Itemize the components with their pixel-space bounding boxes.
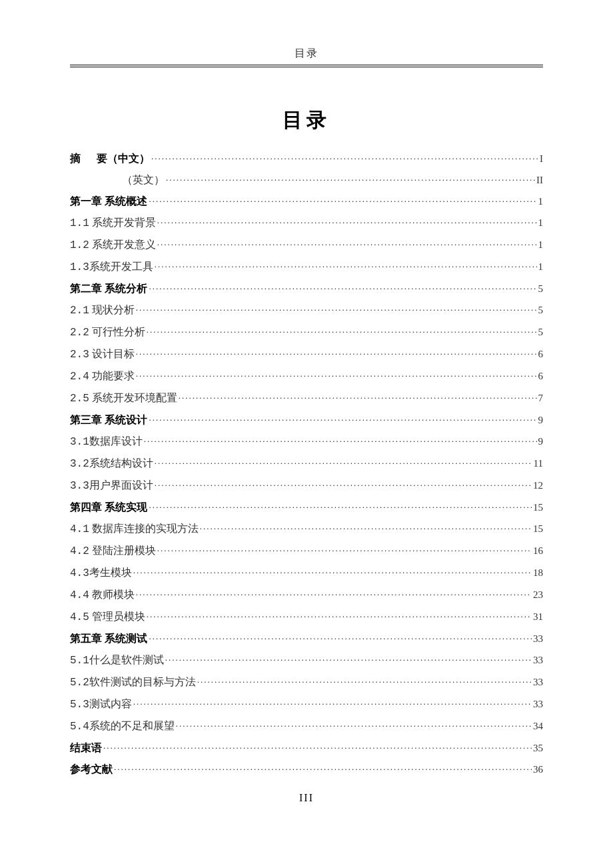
toc-entry-number: 2.2	[70, 327, 89, 339]
toc-entry-number: 4.1	[70, 523, 89, 535]
toc-entry-page: I	[540, 154, 543, 164]
toc-entry-page: 11	[534, 459, 543, 469]
toc-row: 3.2系统结构设计11	[70, 456, 543, 469]
toc-entry-number: 5.2	[70, 677, 89, 689]
toc-row: 2.3 设计目标6	[70, 347, 543, 360]
page-header: 目录	[70, 47, 543, 65]
toc-leader-dots	[136, 303, 537, 313]
toc-entry-page: II	[536, 175, 543, 185]
toc-leader-dots	[133, 565, 532, 576]
toc-entry-page: 5	[538, 327, 544, 337]
toc-leader-dots	[155, 259, 537, 270]
toc-entry-page: 12	[533, 481, 543, 491]
toc-entry-page: 36	[533, 765, 543, 775]
toc-entry-label: 2.5 系统开发环境配置	[70, 393, 177, 404]
toc-entry-number: 5.3	[70, 699, 89, 711]
toc-row: 2.4 功能要求6	[70, 369, 543, 382]
toc-entry-label: 3.1数据库设计	[70, 436, 143, 447]
toc-row: 5.1什么是软件测试33	[70, 653, 543, 666]
toc-leader-dots	[149, 281, 536, 292]
toc-row: 1.1 系统开发背景1	[70, 215, 543, 229]
toc-entry-label: 参考文献	[70, 764, 113, 775]
toc-entry-label: 2.4 功能要求	[70, 371, 135, 382]
toc-entry-page: 35	[533, 743, 543, 753]
toc-entry-label: 第五章 系统测试	[70, 633, 147, 644]
toc-leader-dots	[147, 325, 537, 335]
toc-entry-page: 9	[538, 437, 544, 447]
toc-entry-label: 5.3测试内容	[70, 699, 132, 710]
toc-leader-dots	[165, 653, 532, 663]
toc-entry-page: 16	[533, 546, 543, 556]
toc-entry-label: 1.2 系统开发意义	[70, 239, 156, 251]
toc-entry-page: 9	[538, 415, 544, 425]
toc-leader-dots	[136, 347, 537, 357]
toc-entry-number: 5.1	[70, 655, 89, 667]
table-of-contents: 摘要（中文）I（英文）II第一章 系统概述11.1 系统开发背景11.2 系统开…	[70, 151, 543, 775]
toc-leader-dots	[114, 762, 532, 773]
toc-leader-dots	[136, 369, 537, 379]
toc-leader-dots	[200, 521, 532, 532]
toc-entry-number: 2.5	[70, 393, 89, 405]
toc-entry-number: 2.3	[70, 349, 89, 361]
toc-row: 4.4 教师模块23	[70, 587, 543, 601]
toc-entry-label: 第一章 系统概述	[70, 196, 147, 207]
toc-entry-label: 第三章 系统设计	[70, 415, 147, 425]
toc-entry-number: 2.4	[70, 371, 89, 383]
toc-leader-dots	[144, 434, 537, 445]
toc-leader-dots	[149, 631, 532, 642]
toc-leader-dots	[149, 500, 532, 511]
toc-title: 目录	[70, 107, 543, 134]
toc-entry-number: 1.2	[70, 239, 89, 251]
toc-entry-number: 4.4	[70, 589, 89, 601]
toc-row: 5.4系统的不足和展望34	[70, 719, 543, 732]
toc-row: 4.3考生模块18	[70, 565, 543, 579]
toc-row: 3.1数据库设计9	[70, 434, 543, 447]
toc-entry-label: 4.4 教师模块	[70, 589, 135, 601]
toc-entry-number: 1.1	[70, 217, 89, 229]
toc-entry-page: 7	[538, 393, 544, 403]
toc-entry-label: 2.1 现状分析	[70, 305, 135, 316]
toc-entry-label: 3.2系统结构设计	[70, 458, 153, 469]
toc-entry-page: 31	[533, 612, 543, 622]
toc-entry-number: 3.1	[70, 436, 89, 448]
toc-row: 2.1 现状分析5	[70, 303, 543, 316]
toc-row: 1.3系统开发工具1	[70, 259, 543, 273]
toc-row: 1.2 系统开发意义1	[70, 237, 543, 251]
toc-entry-page: 5	[538, 284, 544, 294]
toc-row: 摘要（中文）I	[70, 151, 543, 164]
toc-row: 4.1 数据库连接的实现方法15	[70, 521, 543, 535]
toc-row: 5.3测试内容33	[70, 697, 543, 710]
toc-entry-number: 1.3	[70, 261, 89, 273]
toc-leader-dots	[149, 413, 536, 423]
toc-entry-page: 15	[533, 503, 543, 513]
toc-leader-dots	[166, 173, 535, 183]
toc-entry-label: （英文）	[122, 175, 165, 185]
toc-entry-page: 33	[533, 699, 543, 709]
toc-entry-label: 1.1 系统开发背景	[70, 217, 156, 229]
toc-entry-label: 4.2 登陆注册模块	[70, 545, 156, 557]
toc-entry-number: 4.2	[70, 545, 89, 557]
toc-row: 第三章 系统设计9	[70, 413, 543, 425]
toc-leader-dots	[155, 456, 532, 467]
toc-leader-dots	[147, 609, 532, 620]
toc-entry-page: 6	[538, 349, 544, 359]
toc-entry-page: 5	[538, 305, 544, 315]
toc-entry-label: 2.2 可行性分析	[70, 327, 145, 338]
toc-entry-number: 3.2	[70, 458, 89, 470]
toc-leader-dots	[157, 543, 532, 554]
toc-entry-page: 18	[533, 568, 543, 578]
toc-row: 4.5 管理员模块31	[70, 609, 543, 623]
toc-entry-label: 3.3用户界面设计	[70, 480, 153, 491]
toc-entry-page: 33	[533, 677, 543, 687]
toc-entry-page: 23	[533, 590, 543, 600]
toc-entry-page: 6	[538, 371, 544, 381]
toc-entry-label: 4.3考生模块	[70, 567, 132, 579]
toc-row: 第五章 系统测试33	[70, 631, 543, 644]
toc-entry-page: 1	[538, 197, 544, 207]
toc-leader-dots	[155, 478, 532, 489]
toc-entry-label: 第二章 系统分析	[70, 283, 147, 294]
toc-leader-dots	[197, 675, 532, 685]
toc-entry-label: 结束语	[70, 743, 102, 753]
page-number-footer: III	[0, 792, 613, 804]
toc-entry-page: 34	[533, 721, 543, 731]
